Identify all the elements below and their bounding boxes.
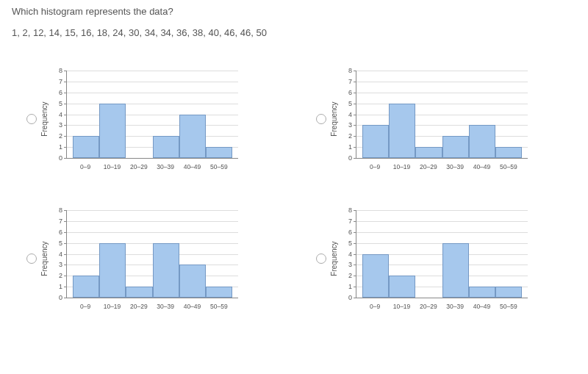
y-tick-label: 3 [59, 122, 62, 129]
bar-slot [179, 210, 206, 298]
y-tick-label: 0 [59, 155, 62, 162]
y-tick-label: 5 [59, 240, 62, 246]
bar [362, 254, 389, 298]
bar-slot [362, 210, 389, 298]
plot-area: 012345678 [356, 210, 528, 298]
bar-slot [73, 210, 99, 298]
y-tick-label: 6 [59, 89, 62, 96]
y-tick-label: 2 [348, 133, 352, 140]
question-text: Which histogram represents the data? [12, 6, 576, 17]
y-tick-label: 3 [348, 122, 352, 129]
bar-slot [442, 71, 469, 158]
y-tick-label: 1 [59, 284, 62, 290]
x-tick-label: 30–39 [152, 303, 179, 310]
y-tick [64, 147, 67, 148]
bar [73, 276, 99, 298]
x-tick-label: 50–59 [206, 303, 232, 310]
y-tick [64, 104, 67, 104]
x-labels: 0–910–1920–2930–3940–4950–59 [72, 163, 232, 170]
y-tick-label: 6 [59, 229, 62, 235]
x-tick-label: 30–39 [152, 163, 179, 170]
y-tick [64, 221, 67, 222]
x-tick-label: 30–39 [442, 163, 468, 170]
y-tick [354, 210, 356, 211]
y-tick [64, 115, 67, 115]
y-tick-label: 7 [348, 217, 352, 224]
bar [99, 243, 126, 298]
y-tick [64, 243, 67, 244]
x-tick-label: 10–19 [388, 303, 415, 310]
bar [389, 276, 415, 298]
chart-option-3: Frequency0123456780–910–1920–2930–3940–4… [26, 207, 272, 310]
y-axis-label: Frequency [40, 101, 49, 136]
x-tick-label: 40–49 [179, 303, 205, 310]
bar [469, 287, 495, 298]
x-tick-label: 30–39 [442, 303, 468, 310]
radio-option-2[interactable] [316, 114, 326, 124]
bar [179, 115, 206, 159]
y-tick-label: 1 [348, 284, 352, 290]
x-tick-label: 20–29 [126, 163, 152, 170]
x-tick-label: 20–29 [415, 303, 442, 310]
y-tick [64, 254, 67, 255]
histogram-3: Frequency0123456780–910–1920–2930–3940–4… [50, 207, 241, 310]
y-tick-label: 4 [348, 251, 352, 257]
y-tick-label: 3 [348, 262, 352, 268]
y-tick-label: 5 [59, 100, 62, 107]
bar [495, 287, 522, 298]
y-tick-label: 7 [59, 78, 62, 84]
y-axis-label: Frequency [330, 241, 338, 276]
x-tick-label: 10–19 [98, 163, 125, 170]
y-tick-label: 7 [348, 78, 352, 84]
bar [73, 136, 99, 158]
y-tick [354, 232, 356, 233]
bars [73, 210, 232, 298]
y-tick-label: 4 [59, 111, 62, 118]
bar-slot [389, 71, 415, 158]
y-tick-label: 6 [348, 89, 352, 96]
chart-option-1: Frequency0123456780–910–1920–2930–3940–4… [26, 68, 272, 170]
x-tick-label: 0–9 [72, 163, 98, 170]
radio-option-4[interactable] [316, 253, 326, 264]
bar [362, 125, 389, 158]
y-tick [64, 136, 67, 137]
y-tick-label: 8 [348, 207, 352, 214]
bar [442, 136, 469, 158]
bar-slot [179, 71, 206, 158]
y-tick [354, 276, 356, 276]
bar-slot [153, 71, 179, 158]
bar-slot [126, 71, 152, 158]
histogram-2: Frequency0123456780–910–1920–2930–3940–4… [340, 68, 531, 170]
y-tick [64, 158, 67, 159]
x-tick-label: 0–9 [72, 303, 98, 310]
y-tick [64, 71, 67, 71]
y-tick [354, 115, 356, 115]
x-tick-label: 40–49 [468, 303, 495, 310]
bar [126, 287, 152, 298]
y-tick [354, 71, 356, 71]
y-tick [354, 287, 356, 287]
charts-grid: Frequency0123456780–910–1920–2930–3940–4… [12, 68, 576, 310]
y-tick-label: 0 [348, 155, 352, 162]
y-tick [64, 232, 67, 233]
y-tick [64, 287, 67, 287]
bar [153, 243, 179, 298]
histogram-1: Frequency0123456780–910–1920–2930–3940–4… [50, 68, 241, 170]
radio-option-3[interactable] [26, 253, 37, 264]
chart-option-4: Frequency0123456780–910–1920–2930–3940–4… [316, 207, 562, 310]
bar-slot [495, 71, 522, 158]
x-tick-label: 50–59 [495, 163, 522, 170]
y-tick-label: 2 [59, 273, 62, 279]
y-tick-label: 0 [348, 295, 352, 301]
bar [99, 104, 126, 158]
chart-option-2: Frequency0123456780–910–1920–2930–3940–4… [316, 68, 562, 170]
bar-slot [415, 210, 442, 298]
y-axis-label: Frequency [40, 241, 49, 276]
radio-option-1[interactable] [26, 114, 37, 124]
y-tick [354, 93, 356, 93]
histogram-4: Frequency0123456780–910–1920–2930–3940–4… [340, 207, 531, 310]
y-tick [354, 158, 356, 159]
bar [415, 147, 442, 158]
y-tick-label: 5 [348, 100, 352, 107]
bar-slot [99, 210, 126, 298]
